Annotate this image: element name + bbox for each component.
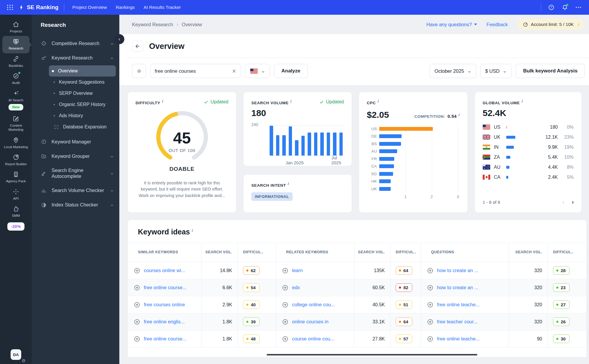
info-icon[interactable]: i — [191, 229, 193, 233]
rail-item-research[interactable]: Research — [2, 36, 29, 53]
add-keyword-plus-icon[interactable] — [427, 267, 433, 274]
add-keyword-plus-icon[interactable] — [134, 319, 140, 325]
add-keyword-plus-icon[interactable] — [134, 284, 140, 291]
keyword-link[interactable]: free courses online — [144, 302, 185, 307]
info-icon[interactable]: i — [162, 99, 163, 103]
add-keyword-plus-icon[interactable] — [427, 336, 433, 342]
sidebar-item-overview[interactable]: Overview — [49, 65, 116, 77]
sidebar-item-index-status-checker[interactable]: Index Status Checker — [32, 199, 119, 211]
info-icon[interactable]: i — [290, 99, 291, 103]
keyword-link[interactable]: online courses in — [292, 319, 329, 325]
sidebar-item-keyword-suggestions[interactable]: Keyword Suggestions — [32, 77, 119, 88]
column-header-search-vol[interactable]: SEARCH VOL. — [354, 243, 390, 262]
keyword-link[interactable]: free online teache... — [437, 302, 480, 307]
feedback-link[interactable]: Feedback — [486, 22, 508, 27]
sidebar-item-keyword-manager[interactable]: Keyword Manager — [32, 135, 119, 148]
rail-item-local-marketing[interactable]: Local Marketing — [2, 135, 29, 152]
add-keyword-plus-icon[interactable] — [427, 284, 433, 291]
column-header-related-keywords[interactable]: RELATED KEYWORDS — [276, 243, 354, 262]
keyword-link[interactable]: edx — [292, 285, 300, 290]
add-keyword-plus-icon[interactable] — [282, 284, 288, 291]
sidebar-item-organic-serp-history[interactable]: Organic SERP History — [32, 99, 119, 110]
add-keyword-plus-icon[interactable] — [282, 267, 288, 274]
sidebar-item-ads-history[interactable]: Ads History — [32, 110, 119, 121]
gear-icon[interactable]: ⚙ — [22, 358, 26, 363]
info-icon[interactable]: i — [287, 182, 289, 186]
keyword-link[interactable]: how to create an ... — [437, 285, 478, 290]
keyword-link[interactable]: free online teache... — [437, 336, 480, 342]
topnav-link-rankings[interactable]: Rankings — [116, 5, 135, 10]
column-header-difficulty[interactable]: DIFFICUL.. — [547, 243, 586, 262]
currency-select[interactable]: $ USD — [480, 64, 512, 78]
add-keyword-plus-icon[interactable] — [134, 336, 140, 342]
keyword-link[interactable]: free online course... — [144, 336, 187, 342]
add-keyword-plus-icon[interactable] — [282, 302, 288, 308]
keyword-link[interactable]: free teacher cour... — [437, 319, 478, 325]
keyword-search-field[interactable] — [150, 64, 241, 78]
sidebar-item-search-volume-checker[interactable]: Search Volume Checker — [32, 184, 119, 197]
sidebar-item-search-engine-autocomplete[interactable]: Search Engine Autocomplete — [32, 164, 119, 183]
more-options-icon[interactable] — [575, 4, 582, 11]
add-keyword-plus-icon[interactable] — [282, 319, 288, 325]
brand-logo[interactable]: SE Ranking — [19, 4, 59, 11]
add-keyword-plus-icon[interactable] — [427, 319, 433, 325]
column-header-difficulty[interactable]: DIFFICUL.. — [390, 243, 421, 262]
breadcrumb-overview[interactable]: Overview — [182, 22, 202, 27]
rail-item-audit[interactable]: Audit — [2, 70, 29, 87]
add-keyword-plus-icon[interactable] — [134, 302, 140, 308]
analyze-button[interactable]: Analyze — [274, 64, 308, 78]
sidebar-collapse-button[interactable]: ‹ — [114, 34, 124, 44]
sidebar-item-database-expansion[interactable]: Database Expansion — [32, 121, 119, 133]
breadcrumb-keyword-research[interactable]: Keyword Research — [132, 22, 173, 27]
keyword-link[interactable]: how to create an ... — [437, 268, 478, 273]
column-header-search-vol[interactable]: SEARCH VOL. — [202, 243, 237, 262]
bulk-analysis-button[interactable]: Bulk keyword Analysis — [516, 64, 585, 78]
column-header-difficulty[interactable]: DIFFICUL.. — [237, 243, 276, 262]
country-select[interactable] — [245, 64, 270, 78]
add-keyword-plus-icon[interactable] — [282, 336, 288, 342]
keyword-input[interactable] — [155, 68, 229, 74]
clear-input-icon[interactable] — [232, 69, 237, 74]
rail-item-agency-pack[interactable]: Agency Pack — [2, 169, 29, 186]
sidebar-item-keyword-grouper[interactable]: Keyword Grouper — [32, 150, 119, 163]
topnav-link-project-overview[interactable]: Project Overview — [72, 5, 107, 10]
info-icon[interactable]: i — [521, 99, 523, 103]
period-select[interactable]: October 2025 — [430, 64, 476, 78]
account-limit-badge[interactable]: Account limit: 5 / 10K i — [517, 19, 584, 30]
column-header-similar-keywords[interactable]: SIMILAR KEYWORDS — [128, 243, 202, 262]
next-page-icon[interactable]: › — [572, 199, 574, 205]
add-keyword-plus-icon[interactable] — [134, 267, 140, 274]
keyword-link[interactable]: course online cou... — [292, 336, 334, 342]
rail-item-ai-search[interactable]: AI SearchNew — [2, 88, 29, 113]
add-keyword-button[interactable] — [132, 64, 146, 78]
prev-page-icon[interactable]: ‹ — [562, 199, 564, 205]
horizontal-scrollbar[interactable] — [267, 354, 477, 355]
rail-item-smm[interactable]: SMM — [2, 203, 29, 220]
help-icon[interactable]: ? — [548, 4, 555, 11]
sidebar-item-competitive-research[interactable]: Competitive Research — [32, 37, 119, 50]
keyword-link[interactable]: free online course... — [144, 285, 187, 290]
info-icon[interactable]: i — [578, 22, 579, 27]
keyword-link[interactable]: free online englis... — [144, 319, 185, 325]
have-questions-dropdown[interactable]: Have any questions? — [426, 22, 477, 27]
notifications-bell-icon[interactable] — [561, 4, 568, 11]
sidebar-item-serp-overview[interactable]: SERP Overview — [32, 88, 119, 99]
sidebar-item-keyword-research[interactable]: Keyword Research — [32, 52, 119, 64]
add-keyword-plus-icon[interactable] — [427, 302, 433, 308]
rail-item-content-marketing[interactable]: Content Marketing — [2, 113, 29, 135]
topnav-link-ai-results-tracker[interactable]: AI Results Tracker — [143, 5, 181, 10]
rail-item-backlinks[interactable]: Backlinks — [2, 53, 29, 70]
column-header-questions[interactable]: QUESTIONS — [421, 243, 509, 262]
back-button[interactable] — [132, 41, 143, 52]
keyword-link[interactable]: college online cou... — [292, 302, 335, 307]
info-icon[interactable]: i — [458, 113, 460, 117]
apps-grid-icon[interactable] — [7, 5, 13, 10]
info-icon[interactable]: i — [377, 99, 379, 103]
keyword-link[interactable]: learn — [292, 268, 303, 273]
user-avatar[interactable]: DA — [11, 349, 21, 360]
rail-item-api[interactable]: API — [2, 186, 29, 203]
column-header-search-vol[interactable]: SEARCH VOL. — [509, 243, 547, 262]
discount-badge[interactable]: -20% — [7, 222, 25, 231]
keyword-link[interactable]: courses online wi... — [144, 268, 185, 273]
rail-item-report-builder[interactable]: Report Builder — [2, 152, 29, 169]
